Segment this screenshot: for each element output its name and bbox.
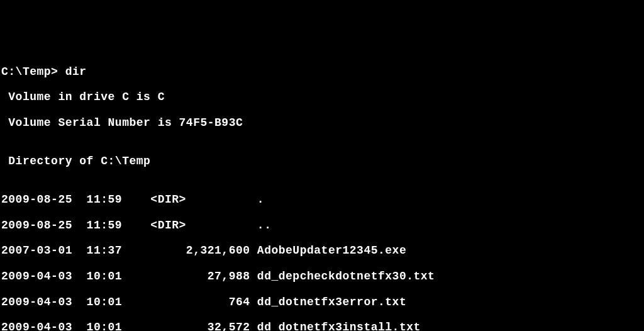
directory-header-line: Directory of C:\Temp	[1, 155, 643, 167]
volume-info-line: Volume in drive C is C	[1, 91, 643, 103]
dir-entry: 2009-04-03 10:01 27,988 dd_depcheckdotne…	[1, 270, 643, 283]
command-prompt-line: C:\Temp> dir	[1, 65, 643, 78]
dir-entry: 2007-03-01 11:37 2,321,600 AdobeUpdater1…	[1, 244, 643, 257]
dir-entry: 2009-08-25 11:59 <DIR> ..	[1, 219, 643, 232]
dir-entry: 2009-08-25 11:59 <DIR> .	[1, 193, 643, 206]
dir-entry: 2009-04-03 10:01 32,572 dd_dotnetfx3inst…	[1, 321, 643, 331]
dir-entry: 2009-04-03 10:01 764 dd_dotnetfx3error.t…	[1, 296, 643, 308]
terminal-output: C:\Temp> dir Volume in drive C is C Volu…	[1, 52, 643, 331]
serial-number-line: Volume Serial Number is 74F5-B93C	[1, 116, 643, 129]
